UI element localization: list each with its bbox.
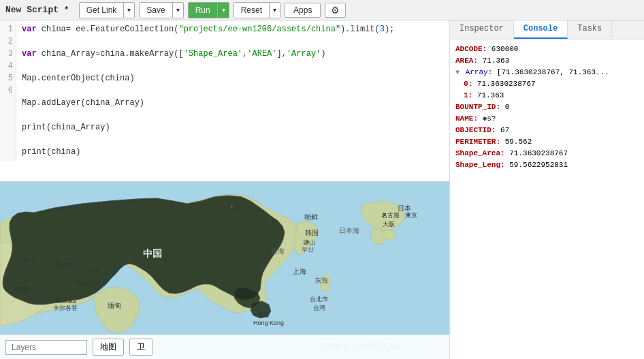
area-key: AREA: [455,57,478,65]
objectid-key: OBJECTID: [455,126,496,134]
svg-text:尼泊尔: 尼泊尔 [54,262,73,268]
name-val: ◈s? [483,114,496,123]
array-0-row: 0: 71.3630238767 [455,78,639,90]
bountp-row: BOUNTP_ID: 0 [455,102,639,113]
svg-text:부산: 부산 [302,246,314,253]
shape-leng-val: 59.5622952831 [509,161,568,169]
name-row: NAME: ◈s? [455,113,639,125]
apps-button[interactable]: Apps [285,3,321,18]
svg-text:大阪: 大阪 [383,221,395,228]
shape-leng-key: Shape_Leng: [455,161,505,169]
svg-text:卡尔各答: 卡尔各答 [53,305,78,311]
name-key: NAME: [455,114,478,123]
reset-arrow[interactable]: ▾ [270,3,280,18]
gear-button[interactable]: ⚙ [325,3,346,18]
code-editor[interactable]: 123456 var china= ee.FeatureCollection("… [0,20,449,182]
right-panel: Inspector Console Tasks ADCODE: 630000 A… [449,20,644,359]
svg-text:东海: 东海 [315,277,328,284]
run-button[interactable]: Run [189,3,218,18]
svg-text:Delhi: Delhi [19,257,33,264]
run-arrow[interactable]: ▾ [218,3,229,18]
svg-text:印度: 印度 [15,285,30,294]
shape-area-row: Shape_Area: 71.3630238767 [455,148,639,159]
run-group: Run ▾ [188,2,229,18]
get-link-group: Get Link ▾ [79,2,135,18]
objectid-val: 67 [500,126,509,134]
tab-inspector[interactable]: Inspector [450,20,514,39]
array-val: [71.3630238767, 71.363... [497,68,609,76]
tab-console[interactable]: Console [514,20,568,39]
shape-area-val: 71.3630238767 [509,149,568,157]
svg-text:韩国: 韩国 [305,229,319,236]
tab-tasks[interactable]: Tasks [568,20,612,39]
svg-text:中国: 中国 [143,248,162,259]
save-group: Save ▾ [139,2,183,18]
map-area[interactable]: 中国 朝鲜 日本海 韩国 釜山 부산 名古屋 大阪 日本 東京 黄海 上海 东海… [0,182,449,359]
satellite-button[interactable]: 卫 [129,339,152,356]
main-area: 123456 var china= ee.FeatureCollection("… [0,20,644,359]
array-0-key: 0: [464,80,472,88]
save-button[interactable]: Save [140,3,172,18]
array-1-val: 71.363 [477,91,504,99]
svg-text:黄海: 黄海 [271,247,285,255]
adcode-row: ADCODE: 630000 [455,44,639,55]
array-1-key: 1: [464,91,472,99]
svg-text:北京: 北京 [228,202,240,209]
svg-text:東京: 東京 [405,212,417,219]
svg-point-30 [407,213,410,216]
svg-point-27 [230,205,233,208]
perimeter-val: 59.562 [505,138,532,146]
array-key: Array: [466,68,493,76]
perimeter-key: PERIMETER: [455,138,500,146]
svg-point-29 [383,213,386,216]
svg-point-28 [306,240,309,243]
shape-leng-row: Shape_Leng: 59.5622952831 [455,159,639,171]
objectid-row: OBJECTID: 67 [455,125,639,136]
array-row: ▼ Array: [71.3630238767, 71.363... [455,67,639,78]
svg-text:香港: 香港 [257,311,270,318]
array-0-val: 71.3630238767 [477,80,536,88]
shape-area-key: Shape_Area: [455,149,505,157]
svg-text:Kolkata: Kolkata [56,298,76,305]
perimeter-row: PERIMETER: 59.562 [455,136,639,148]
adcode-val: 630000 [492,45,519,53]
svg-text:台湾: 台湾 [313,305,325,311]
area-val: 71.363 [483,57,510,65]
bountp-val: 0 [505,103,510,111]
line-numbers: 123456 [0,20,16,161]
adcode-key: ADCODE: [455,45,487,53]
get-link-arrow[interactable]: ▾ [124,3,134,18]
bountp-key: BOUNTP_ID: [455,103,500,111]
svg-text:朝鲜: 朝鲜 [304,213,318,221]
svg-text:缅甸: 缅甸 [108,302,121,309]
console-output: ADCODE: 630000 AREA: 71.363 ▼ Array: [71… [450,40,644,359]
svg-text:上海: 上海 [293,268,306,275]
map-bottom-bar: 地图 卫 [0,334,449,359]
area-row: AREA: 71.363 [455,55,639,67]
reset-button[interactable]: Reset [234,3,270,18]
script-title: New Script * [5,5,69,15]
svg-text:不丹: 不丹 [87,268,99,275]
svg-text:日本: 日本 [398,204,411,212]
svg-text:孟加拉国: 孟加拉国 [76,280,101,287]
get-link-button[interactable]: Get Link [80,3,125,18]
toolbar: New Script * Get Link ▾ Save ▾ Run ▾ Res… [0,0,644,20]
svg-text:釜山: 釜山 [303,239,315,246]
left-panel: 123456 var china= ee.FeatureCollection("… [0,20,449,359]
svg-text:Hong Kong: Hong Kong [253,319,284,326]
panel-tabs: Inspector Console Tasks [450,20,644,40]
array-1-row: 1: 71.363 [455,90,639,102]
svg-text:日本海: 日本海 [339,227,359,234]
map-view-button[interactable]: 地图 [93,339,124,356]
reset-group: Reset ▾ [234,2,280,18]
layers-input[interactable] [5,340,87,355]
svg-text:台北市: 台北市 [310,296,328,302]
save-arrow[interactable]: ▾ [173,3,183,18]
code-content[interactable]: var china= ee.FeatureCollection("project… [16,20,449,161]
